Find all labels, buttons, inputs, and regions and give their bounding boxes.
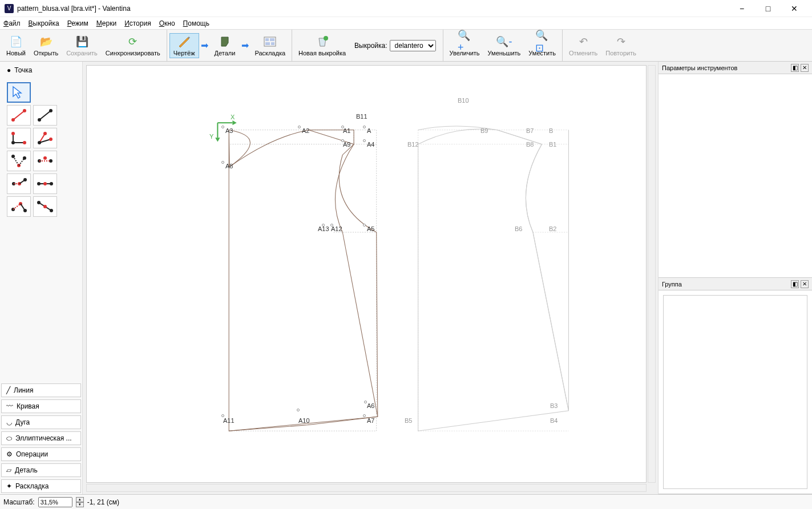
- tool-category-operations[interactable]: ⚙ Операции: [1, 447, 81, 461]
- tool-point-along[interactable]: [7, 128, 31, 148]
- zoom-in-button[interactable]: 🔍+ Увеличить: [446, 33, 484, 58]
- point-B3: B3: [550, 402, 558, 409]
- scale-down-button[interactable]: ▼: [76, 502, 84, 507]
- svg-rect-2: [270, 38, 274, 41]
- details-label: Детали: [215, 50, 236, 56]
- dock-properties-body: [659, 74, 812, 278]
- svg-point-21: [49, 138, 52, 141]
- tool-category-arc[interactable]: ◡ Дуга: [1, 415, 81, 429]
- redo-button[interactable]: ↷ Повторить: [601, 33, 640, 58]
- draw-mode-button[interactable]: Чертёж: [169, 33, 199, 58]
- menu-help[interactable]: Помощь: [183, 19, 209, 27]
- tool-point-triangle[interactable]: [7, 196, 31, 217]
- close-button[interactable]: ✕: [781, 0, 807, 17]
- open-label: Открыть: [34, 50, 58, 56]
- open-icon: 📂: [39, 35, 53, 49]
- tool-point-intersection[interactable]: [33, 173, 57, 194]
- new-pattern-button[interactable]: Новая выкройка: [294, 33, 350, 58]
- svg-point-28: [43, 156, 47, 160]
- tool-category-layout[interactable]: ✦ Раскладка: [1, 479, 81, 493]
- scrollbar-vertical[interactable]: [648, 65, 656, 483]
- open-button[interactable]: 📂 Открыть: [30, 33, 62, 58]
- minimize-button[interactable]: −: [729, 0, 755, 17]
- zoom-out-button[interactable]: 🔍- Уменьшить: [484, 33, 525, 58]
- point-A6: A6: [367, 402, 374, 409]
- tool-category-curve[interactable]: 〰 Кривая: [1, 399, 81, 413]
- svg-rect-1: [265, 38, 269, 41]
- tool-point-distance[interactable]: [7, 105, 31, 126]
- scrollbar-horizontal[interactable]: [86, 484, 647, 492]
- dock-group-header: Группа ◧ ✕: [659, 278, 812, 290]
- axis-x-label: X: [231, 114, 235, 120]
- point-A4: A4: [367, 141, 374, 148]
- svg-point-20: [43, 132, 47, 135]
- tool-point-shoulder[interactable]: [33, 151, 57, 171]
- menu-window[interactable]: Окно: [159, 19, 175, 27]
- tool-point-bisector[interactable]: [7, 151, 31, 171]
- tool-category-line[interactable]: ╱ Линия: [1, 383, 81, 397]
- dock-float-button-2[interactable]: ◧: [791, 280, 799, 288]
- tool-category-elliptical[interactable]: ⬭ Эллиптическая ...: [1, 431, 81, 445]
- pattern-select[interactable]: delantero: [390, 40, 436, 51]
- point-B7: B7: [526, 127, 534, 134]
- scale-up-button[interactable]: ▲: [76, 497, 84, 502]
- zoom-in-label: Увеличить: [450, 50, 480, 56]
- menu-file[interactable]: Файл: [3, 19, 21, 27]
- svg-line-10: [39, 111, 51, 120]
- sync-button[interactable]: ⟳ Синхронизировать: [102, 33, 164, 58]
- tool-point-lineintersect[interactable]: [33, 196, 57, 217]
- save-icon: 💾: [75, 35, 89, 49]
- tool-point-contact[interactable]: [7, 173, 31, 194]
- point-A12: A12: [331, 225, 342, 232]
- layout-icon: [263, 35, 277, 49]
- point-A11: A11: [223, 417, 235, 424]
- layout-mode-button[interactable]: Раскладка: [251, 33, 289, 58]
- new-label: Новый: [6, 50, 26, 56]
- undo-label: Отменить: [569, 50, 597, 56]
- tool-point-endline[interactable]: [33, 105, 57, 126]
- svg-line-67: [497, 130, 542, 144]
- menu-measurements[interactable]: Мерки: [96, 19, 116, 27]
- menu-history[interactable]: История: [124, 19, 151, 27]
- tool-category-detail[interactable]: ▱ Деталь: [1, 463, 81, 477]
- zoom-fit-icon: 🔍⊡: [535, 35, 549, 49]
- window-title: pattern_blusa.val [bra.vit*] - Valentina: [17, 5, 729, 13]
- dock-close-button-2[interactable]: ✕: [801, 280, 809, 288]
- dock-close-button[interactable]: ✕: [801, 64, 809, 72]
- save-button[interactable]: 💾 Сохранить: [62, 33, 102, 58]
- tool-curve-label: Кривая: [17, 402, 39, 410]
- dock-properties-title: Параметры инструментов: [662, 64, 789, 71]
- dock-group-body: [659, 290, 812, 494]
- svg-point-44: [23, 209, 27, 212]
- maximize-button[interactable]: □: [755, 0, 781, 17]
- menu-pattern[interactable]: Выкройка: [29, 19, 59, 27]
- tool-layout-label: Раскладка: [15, 482, 49, 490]
- dock-properties-header: Параметры инструментов ◧ ✕: [659, 62, 812, 74]
- zoom-fit-button[interactable]: 🔍⊡ Уместить: [524, 33, 560, 58]
- tool-line-label: Линия: [14, 386, 33, 394]
- new-pattern-icon: [316, 35, 329, 49]
- svg-point-38: [43, 182, 47, 185]
- tool-category-point[interactable]: ● Точка: [1, 63, 81, 78]
- tool-pointer[interactable]: [7, 82, 31, 103]
- undo-button[interactable]: ↶ Отменить: [565, 33, 601, 58]
- point-B8: B8: [526, 141, 534, 148]
- new-button[interactable]: 📄 Новый: [2, 33, 30, 58]
- drawing-canvas[interactable]: X Y A3 A2 A1 A B11 A9 A4 A8 A13 A12 A5: [86, 65, 647, 483]
- menu-mode[interactable]: Режим: [67, 19, 88, 27]
- details-mode-button[interactable]: Детали: [211, 33, 240, 58]
- point-A3: A3: [225, 127, 233, 134]
- zoom-out-label: Уменьшить: [488, 50, 521, 56]
- svg-point-19: [38, 141, 41, 144]
- point-A1: A1: [343, 127, 350, 134]
- svg-point-14: [11, 132, 15, 135]
- scale-input[interactable]: [38, 497, 72, 507]
- dock-float-button[interactable]: ◧: [791, 64, 799, 72]
- tool-operations-label: Операции: [16, 450, 48, 458]
- group-list[interactable]: [663, 295, 807, 489]
- point-B2: B2: [549, 225, 556, 232]
- svg-point-39: [50, 182, 53, 185]
- layout-label: Раскладка: [254, 50, 285, 56]
- tool-point-normal[interactable]: [33, 128, 57, 148]
- svg-point-16: [23, 141, 26, 144]
